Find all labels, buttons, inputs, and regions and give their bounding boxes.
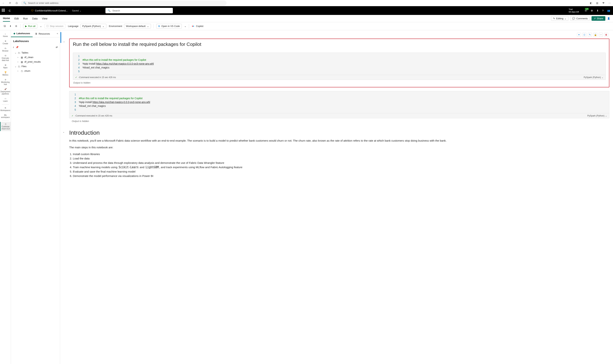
search-icon: 🔍 [23, 2, 26, 4]
product-logo: C [9, 9, 11, 12]
notification-badge: 125 [585, 8, 589, 10]
rail-create[interactable]: ⊕Create [0, 39, 11, 46]
list-item: Understand and process the data through … [73, 161, 609, 165]
apps-icon: ⊞ [5, 64, 6, 66]
output-hidden-text: Output is hidden [73, 80, 606, 84]
edit-icon[interactable]: ✎ [588, 33, 592, 37]
environment-select[interactable]: Workspace default ⌄ [124, 24, 151, 28]
rail-pipelines[interactable]: 🚀Deployment pipelines [0, 87, 11, 96]
cell-language-picker[interactable]: PySpark (Python) ⌄ [587, 115, 607, 117]
feedback-icon[interactable]: 👥 [607, 9, 610, 12]
share-button[interactable]: ↗ Share [591, 16, 605, 21]
vscode-dropdown[interactable]: ⌄ [184, 25, 186, 27]
lock-icon[interactable]: 🔒 [593, 33, 597, 37]
rail-onelake[interactable]: ⛁OneLake data hub [0, 53, 11, 63]
run-all-button[interactable]: ▶ Run all [23, 24, 37, 28]
notifications-button[interactable]: 🏷125 [585, 9, 587, 12]
lakehouse-item[interactable]: r [13, 46, 14, 49]
markdown-cell-highlighted[interactable]: ⌄ Run the cell below to install the requ… [69, 39, 609, 87]
home-icon[interactable] [15, 1, 18, 5]
list-item: Demonstrate the model performance via vi… [73, 174, 609, 178]
breadcrumb-text[interactable]: Confidential\Microsoft Extend... [35, 9, 68, 12]
rail-metrics[interactable]: 🏆Metrics [0, 70, 11, 77]
tab-home[interactable]: Home [3, 15, 10, 22]
rail-customer-churn[interactable]: ⟨⟩Customer churn-513 [0, 122, 11, 131]
folder-icon: 🗀 [18, 52, 20, 54]
global-search[interactable]: 🔍 Search [106, 8, 173, 13]
explorer-tab-resources[interactable]: 🗎Resources [33, 30, 53, 37]
collapse-panel-icon[interactable]: « [55, 30, 60, 37]
rail-home[interactable]: ⌂Home [0, 32, 11, 39]
sparkle-icon[interactable]: ✦ [577, 33, 581, 37]
rail-monitoring[interactable]: ⊘Monitoring hub [0, 78, 11, 87]
cell-heading: Run the cell below to install the requir… [73, 41, 606, 47]
refresh-icon[interactable]: ⟳ [8, 1, 12, 5]
table-icon: ▦ [21, 56, 23, 59]
tree-tables[interactable]: ⌄🗀Tables [13, 51, 58, 55]
delete-icon[interactable]: 🗑 [604, 33, 608, 37]
cell-language-picker[interactable]: PySpark (Python) ⌄ [584, 76, 603, 79]
more-icon[interactable]: ⋯ [599, 33, 603, 37]
stop-session-button[interactable]: ☐ Stop session [44, 24, 65, 28]
address-bar[interactable]: 🔍 Search or enter web address [21, 0, 227, 6]
folder-icon: 🗀 [18, 65, 20, 68]
code-icon[interactable]: ⟨⟩ [582, 33, 586, 37]
tree-files[interactable]: ⌄🗀Files [13, 64, 58, 69]
language-select[interactable]: PySpark (Python) ⌄ [80, 24, 106, 28]
code-cell[interactable]: 1 2#Run this cell to install the require… [69, 91, 609, 118]
copilot-icon [192, 25, 195, 28]
editing-mode-button[interactable]: ✎ Editing ⌄ [551, 16, 569, 21]
rail-learn[interactable]: ▭Learn [0, 96, 11, 103]
lakehouse-icon: ◆ [13, 32, 15, 35]
download-icon[interactable]: ⬇ [597, 9, 599, 12]
shield-icon: 🛡 [31, 9, 34, 12]
swap-icon[interactable]: ⇄ [56, 46, 58, 49]
app-launcher-icon[interactable] [2, 9, 5, 12]
open-vscode-button[interactable]: ⧉Open in VS Code [156, 24, 182, 28]
tab-data[interactable]: Data [32, 16, 38, 22]
book-icon: ▭ [5, 98, 6, 100]
rail-apps[interactable]: ⊞Apps [0, 63, 11, 70]
explorer-tab-lakehouses[interactable]: ◆Lakehouses [11, 30, 33, 37]
copilot-button[interactable]: Copilot [192, 25, 203, 28]
intro-paragraph-2: The main steps in this notebook are: [69, 145, 609, 150]
download-icon[interactable]: ⬇ [9, 25, 12, 28]
list-item: Install custom libraries [73, 152, 609, 156]
saved-indicator[interactable]: · Saved ⌄ [71, 9, 81, 12]
tree-churn[interactable]: ›🗀churn [13, 69, 58, 73]
pin-icon[interactable]: 📌 [16, 46, 19, 49]
collapse-cell-icon[interactable]: ⌄ [63, 130, 65, 133]
tab-view[interactable]: View [42, 16, 47, 22]
rail-my-workspace[interactable]: My workspace [0, 113, 11, 119]
run-dropdown[interactable]: ⌄ [40, 25, 42, 27]
tab-run[interactable]: Run [23, 16, 28, 22]
svg-point-1 [193, 26, 194, 27]
back-icon[interactable]: ← [2, 1, 5, 5]
menu-icon[interactable]: ⋯ [608, 1, 611, 5]
extension-icon[interactable]: ◧ [589, 1, 593, 5]
split-icon[interactable]: ▥ [596, 1, 599, 5]
settings-gear-icon[interactable]: ⚙ [14, 25, 18, 28]
chevron-down-icon: ⌄ [14, 65, 17, 68]
check-icon: ✓ [75, 76, 77, 79]
settings-icon[interactable]: ⚙ [591, 9, 593, 12]
collapse-cell-icon[interactable]: ⌄ [63, 40, 65, 43]
rail-browse[interactable]: 🗀Browse [0, 46, 11, 53]
favorites-icon[interactable]: ❤ [602, 1, 605, 5]
check-icon: ✓ [72, 115, 73, 117]
tab-edit[interactable]: Edit [14, 16, 19, 22]
intro-paragraph-1: In this notebook, you'll see a Microsoft… [69, 139, 609, 143]
save-icon[interactable]: 🖫 [3, 25, 6, 28]
markdown-cell-intro[interactable]: ⌄ Introduction In this notebook, you'll … [69, 130, 609, 178]
chevron-right-icon: › [17, 60, 20, 63]
tree-df-clean[interactable]: ›▦df_clean [13, 55, 58, 60]
help-icon[interactable]: ? [602, 9, 603, 12]
presence-icon[interactable]: 👤 [607, 17, 610, 20]
folder-icon: 🗀 [21, 70, 23, 72]
code-block[interactable]: 1 2#Run this cell to install the require… [73, 52, 606, 80]
tree-df-pred[interactable]: ›▦df_pred_results [13, 60, 58, 64]
comments-button[interactable]: 💬 Comments [570, 16, 590, 21]
intro-steps-list: Install custom libraries Load the data U… [69, 152, 609, 178]
exec-status-text: -Command executed in 15 sec 426 ms [79, 76, 116, 79]
rail-workspaces[interactable]: ⧉Workspaces [0, 106, 11, 113]
